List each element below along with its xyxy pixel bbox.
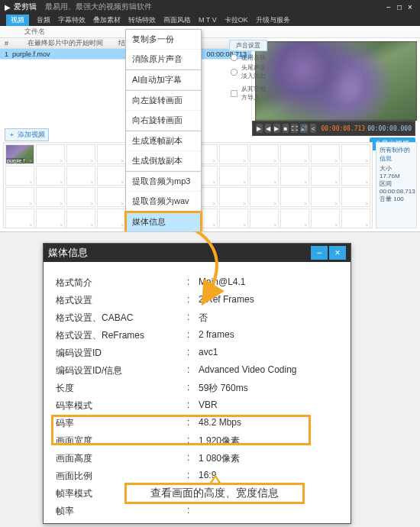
- thumb-label: purple.f: [6, 158, 25, 163]
- info-value: 59秒 760ms: [197, 380, 340, 397]
- timeline-cell[interactable]: [250, 144, 279, 164]
- info-key: 格式设置、ReFrames: [54, 327, 180, 344]
- timeline-cell[interactable]: [250, 187, 279, 207]
- opt-import-check[interactable]: [231, 89, 237, 96]
- play-icon[interactable]: ▶: [256, 124, 263, 133]
- timeline-cell[interactable]: [341, 187, 370, 207]
- timeline-cell[interactable]: [311, 187, 340, 207]
- sound-options-header: 声音设置: [229, 40, 267, 51]
- timeline-cell[interactable]: [97, 144, 126, 164]
- info-value: Advanced Video Coding: [197, 362, 340, 380]
- preview-image: [255, 41, 417, 121]
- share-icon[interactable]: <: [310, 124, 317, 133]
- info-key: 编码设置ID: [54, 344, 180, 362]
- timeline-cell[interactable]: [5, 187, 34, 207]
- dialog-close-icon[interactable]: ×: [329, 246, 346, 260]
- timeline-cell[interactable]: [97, 209, 126, 228]
- timeline-cell[interactable]: [97, 187, 126, 207]
- timeline-cell[interactable]: [219, 144, 248, 164]
- tab-transition[interactable]: 转场特效: [128, 15, 156, 25]
- opt-use-track-radio[interactable]: [231, 54, 237, 61]
- info-key: 码率模式: [54, 397, 180, 415]
- info-row: 码率:48.2 Mbps: [54, 415, 340, 432]
- timeline-cell[interactable]: [5, 166, 34, 186]
- stop-icon[interactable]: ■: [283, 124, 289, 133]
- dialog-minimize-icon[interactable]: −: [311, 246, 328, 260]
- prev-frame-icon[interactable]: ◀: [265, 124, 272, 133]
- info-value: 2 frames: [197, 327, 340, 344]
- timeline-cell[interactable]: [250, 166, 279, 186]
- timeline-cell[interactable]: [66, 209, 95, 228]
- timeline-cell[interactable]: [36, 209, 65, 228]
- timeline-cell[interactable]: [341, 209, 370, 228]
- ctx-rotate-r[interactable]: 向右旋转画面: [126, 111, 201, 131]
- ctx-ext-wav[interactable]: 提取音频为wav: [126, 192, 201, 212]
- ctx-gen-fwd[interactable]: 生成逐帧副本: [126, 131, 201, 151]
- ctx-media-info[interactable]: 媒体信息: [126, 212, 201, 232]
- clip-info-panel: 所有制作的信息 大小 17.76M 区间 00:00:08.713 音量 100: [376, 142, 417, 228]
- window-minimize-icon[interactable]: −: [383, 3, 394, 11]
- timeline-cell[interactable]: [280, 144, 309, 164]
- filelist-hdr-start[interactable]: 在最终影片中的开始时间: [27, 38, 103, 48]
- timeline-cell[interactable]: [66, 187, 95, 207]
- info-key: 色彩空间: [54, 520, 180, 523]
- ctx-ext-mp3[interactable]: 提取音频为mp3: [126, 172, 201, 192]
- timeline-cell[interactable]: [311, 166, 340, 186]
- next-frame-icon[interactable]: ▶: [273, 124, 280, 133]
- sound-options-panel: 声音设置 使用音轨 头尾声音淡入淡出 从其它地方导入: [229, 40, 267, 124]
- timeline-cell[interactable]: [280, 187, 309, 207]
- ci-size-k: 大小: [380, 165, 392, 172]
- col-filename: 文件名: [24, 27, 45, 37]
- timeline-cell[interactable]: [280, 166, 309, 186]
- app-name: 爱剪辑: [14, 2, 37, 11]
- volume-icon[interactable]: 🔊: [300, 124, 308, 133]
- video-editor-app: ▶ 爱剪辑 最易用、最强大的视频剪辑软件 − □ × 视频 音频 字幕特效 叠加…: [0, 0, 420, 232]
- info-value: VBR: [197, 397, 340, 415]
- info-row: 长度:59秒 760ms: [54, 380, 340, 397]
- tab-subtitle[interactable]: 字幕特效: [58, 15, 86, 25]
- timeline-cell[interactable]: [311, 144, 340, 164]
- timeline-cell[interactable]: [250, 209, 279, 228]
- tab-audio[interactable]: 音频: [37, 15, 50, 25]
- tab-overlay[interactable]: 叠加素材: [93, 15, 121, 25]
- timeline-cell[interactable]: [66, 166, 95, 186]
- tab-karaoke[interactable]: 卡拉OK: [225, 15, 248, 25]
- fullscreen-icon[interactable]: ⛶: [291, 124, 298, 133]
- ctx-gen-rev[interactable]: 生成倒放副本: [126, 151, 201, 171]
- timeline-cell[interactable]: [36, 187, 65, 207]
- add-material-button[interactable]: ＋ 添加视频: [5, 128, 49, 141]
- timeline-cell[interactable]: [97, 166, 126, 186]
- info-row: 码率模式:VBR: [54, 397, 340, 415]
- timeline-cell[interactable]: [341, 166, 370, 186]
- window-maximize-icon[interactable]: □: [394, 3, 405, 11]
- timeline-cell[interactable]: [341, 144, 370, 164]
- timeline-cell[interactable]: [280, 209, 309, 228]
- info-row: 帧率:: [54, 503, 340, 520]
- ctx-ai-sub[interactable]: AI自动加字幕: [126, 70, 201, 90]
- tab-style[interactable]: 画面风格: [163, 15, 191, 25]
- tab-mtv[interactable]: M T V: [199, 16, 217, 24]
- ctx-copy[interactable]: 复制多一份: [126, 30, 201, 50]
- ctx-rotate-l[interactable]: 向左旋转画面: [126, 91, 201, 111]
- timeline-cell[interactable]: [66, 144, 95, 164]
- timeline-cell[interactable]: [5, 209, 34, 228]
- timeline-cell[interactable]: [311, 209, 340, 228]
- info-value: [197, 503, 340, 520]
- opt-fade-label: 头尾声音淡入淡出: [241, 63, 267, 80]
- info-value: 1 920像素: [197, 432, 340, 450]
- filelist-columns: 文件名: [0, 26, 420, 38]
- timeline-cell[interactable]: [36, 144, 65, 164]
- app-menubar: 视频 音频 字幕特效 叠加素材 转场特效 画面风格 M T V 卡拉OK 升级与…: [0, 14, 420, 26]
- plus-icon: ＋: [8, 131, 15, 138]
- timeline-cell[interactable]: [219, 187, 248, 207]
- tab-video[interactable]: 视频: [6, 15, 29, 26]
- opt-fade-radio[interactable]: [231, 68, 237, 75]
- tab-upgrade[interactable]: 升级与服务: [256, 15, 290, 25]
- timeline-cell[interactable]: [219, 166, 248, 186]
- timeline-cell[interactable]: purple.f: [5, 144, 34, 164]
- ctx-mute[interactable]: 消除原片声音: [126, 50, 201, 70]
- timeline-cell[interactable]: [36, 166, 65, 186]
- video-preview[interactable]: [255, 41, 417, 121]
- window-close-icon[interactable]: ×: [405, 3, 415, 11]
- transport-bar: ▶ ◀ ▶ ■ ⛶ 🔊 < 00:00:08.713 00:00:00.000: [252, 121, 415, 136]
